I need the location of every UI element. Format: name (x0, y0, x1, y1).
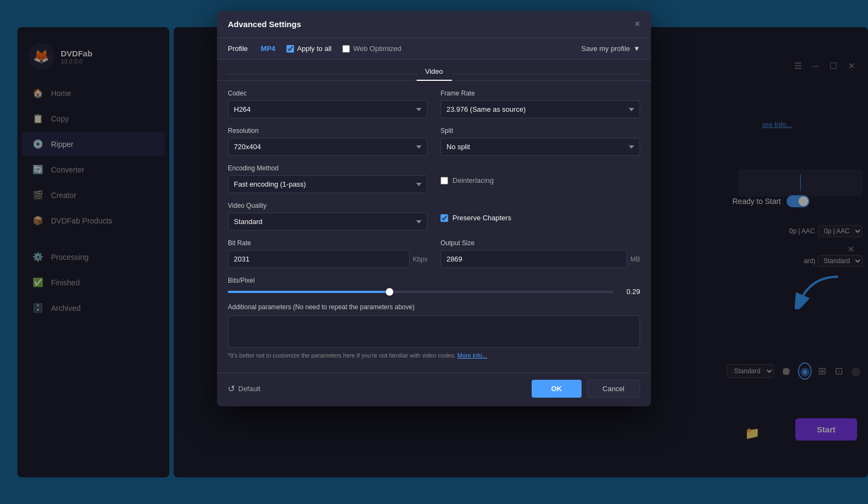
deinterlacing-group: Deinterlacing (441, 164, 640, 193)
bitrate-input-group: Kbps (228, 250, 427, 268)
video-tab-section: Video (217, 60, 651, 81)
ok-button[interactable]: OK (532, 380, 582, 398)
apply-to-all-label: Apply to all (297, 44, 332, 53)
web-optimized-input[interactable] (342, 45, 350, 53)
modal-header: Advanced Settings × (217, 11, 651, 38)
resolution-split-row: Resolution 720x404 1920x1080 1280x720 Sp… (228, 127, 640, 156)
video-tab-label[interactable]: Video (417, 67, 452, 81)
tab-line-left (228, 74, 417, 74)
bits-pixel-label: Bits/Pixel (228, 277, 254, 284)
output-size-unit: MB (630, 256, 640, 263)
modal-title: Advanced Settings (228, 20, 301, 29)
encoding-group: Encoding Method Fast encoding (1-pass) H… (228, 164, 427, 193)
additional-params-label: Additional parameters (No need to repeat… (228, 303, 640, 311)
output-size-input[interactable] (441, 250, 627, 268)
modal-overlay: Advanced Settings × Profile MP4 Apply to… (0, 0, 868, 504)
apply-to-all-input[interactable] (286, 45, 294, 53)
bitrate-input[interactable] (228, 250, 410, 268)
modal-profile-bar: Profile MP4 Apply to all Web Optimized S… (217, 38, 651, 60)
framerate-select[interactable]: 23.976 (Same as source) 24 25 29.97 30 (441, 100, 640, 118)
video-quality-label: Video Quality (228, 202, 427, 209)
bitrate-group: Bit Rate Kbps (228, 239, 427, 268)
split-label: Split (441, 127, 640, 135)
additional-params-textarea[interactable] (228, 315, 640, 348)
output-size-input-group: MB (441, 250, 640, 268)
bits-pixel-slider-track[interactable] (228, 291, 613, 293)
default-button[interactable]: ↺ Default (228, 384, 260, 394)
codec-framerate-row: Codec H264 H265 MPEG4 MPEG2 Frame Rate 2… (228, 90, 640, 118)
modal-body: Codec H264 H265 MPEG4 MPEG2 Frame Rate 2… (217, 90, 651, 373)
web-optimized-checkbox[interactable]: Web Optimized (342, 44, 401, 53)
codec-label: Codec (228, 90, 427, 97)
more-info-link-modal[interactable]: More info... (457, 352, 487, 359)
cancel-button[interactable]: Cancel (587, 380, 640, 398)
codec-group: Codec H264 H265 MPEG4 MPEG2 (228, 90, 427, 118)
encoding-select[interactable]: Fast encoding (1-pass) High quality (2-p… (228, 175, 427, 193)
bitrate-label: Bit Rate (228, 239, 427, 247)
footer-actions: OK Cancel (532, 380, 640, 398)
apply-to-all-checkbox[interactable]: Apply to all (286, 44, 332, 53)
framerate-group: Frame Rate 23.976 (Same as source) 24 25… (441, 90, 640, 118)
preserve-chapters-group: Preserve Chapters (441, 202, 640, 231)
bits-pixel-row: Bits/Pixel 0.29 (228, 277, 640, 296)
deinterlacing-checkbox[interactable]: Deinterlacing (441, 164, 640, 184)
tab-line-right (452, 74, 641, 74)
save-profile-label: Save my profile (582, 44, 630, 53)
bitrate-outputsize-row: Bit Rate Kbps Output Size MB (228, 239, 640, 268)
encoding-label: Encoding Method (228, 164, 427, 172)
params-note: *It's better not to customize the parame… (228, 352, 640, 359)
params-note-text: *It's better not to customize the parame… (228, 352, 456, 359)
modal-footer: ↺ Default OK Cancel (217, 373, 651, 406)
default-icon: ↺ (228, 384, 235, 394)
save-profile-button[interactable]: Save my profile ▼ (582, 44, 640, 53)
slider-thumb[interactable] (386, 288, 393, 296)
default-label: Default (238, 385, 260, 393)
resolution-label: Resolution (228, 127, 427, 135)
video-quality-select[interactable]: Standard High Ultra Low (228, 213, 427, 231)
preserve-chapters-input[interactable] (441, 214, 448, 222)
deinterlacing-label: Deinterlacing (452, 176, 494, 184)
preserve-chapters-checkbox[interactable]: Preserve Chapters (441, 202, 640, 222)
output-size-label: Output Size (441, 239, 640, 247)
slider-container: 0.29 (228, 288, 640, 296)
resolution-group: Resolution 720x404 1920x1080 1280x720 (228, 127, 427, 156)
quality-preserve-row: Video Quality Standard High Ultra Low Pr… (228, 202, 640, 231)
codec-select[interactable]: H264 H265 MPEG4 MPEG2 (228, 100, 427, 118)
slider-fill (228, 291, 390, 293)
split-group: Split No split By size By duration (441, 127, 640, 156)
video-quality-group: Video Quality Standard High Ultra Low (228, 202, 427, 231)
deinterlacing-input[interactable] (441, 177, 448, 184)
resolution-select[interactable]: 720x404 1920x1080 1280x720 (228, 138, 427, 156)
additional-params-section: Additional parameters (No need to repeat… (228, 303, 640, 359)
split-select[interactable]: No split By size By duration (441, 138, 640, 156)
bitrate-unit: Kbps (413, 256, 427, 263)
profile-value: MP4 (261, 44, 276, 53)
output-size-group: Output Size MB (441, 239, 640, 268)
bits-pixel-value: 0.29 (618, 288, 640, 296)
modal-close-button[interactable]: × (634, 18, 640, 30)
advanced-settings-modal: Advanced Settings × Profile MP4 Apply to… (217, 11, 651, 406)
web-optimized-label: Web Optimized (353, 44, 401, 53)
preserve-chapters-label: Preserve Chapters (452, 214, 511, 222)
save-profile-chevron: ▼ (633, 44, 640, 53)
profile-field-label: Profile (228, 44, 248, 53)
encoding-deinterlacing-row: Encoding Method Fast encoding (1-pass) H… (228, 164, 640, 193)
framerate-label: Frame Rate (441, 90, 640, 97)
